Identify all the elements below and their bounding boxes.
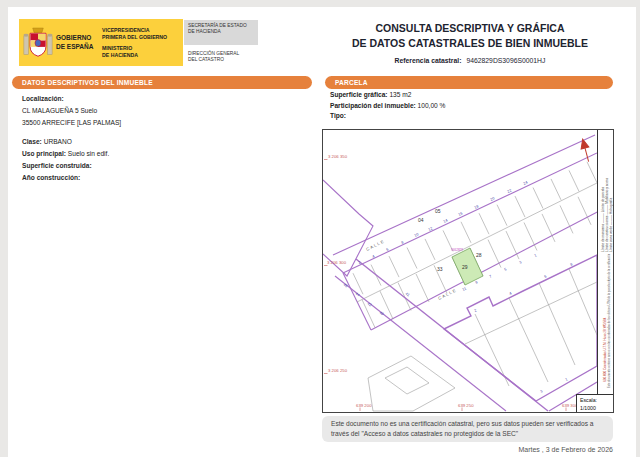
map-label: 3 206 250: [328, 368, 348, 373]
clase-value: URBANO: [44, 138, 72, 145]
tipo-label: Tipo:: [330, 112, 346, 119]
parcel-data-panel: Superficie gráfica: 135 m2 Participación…: [330, 91, 612, 123]
map-label: 639 250: [458, 403, 474, 408]
address-line1: CL MALAGUEÑA 5 Suelo: [22, 107, 302, 114]
document-title-line1: CONSULTA DESCRIPTIVA Y GRÁFICA: [326, 22, 614, 34]
map-label: 3: [519, 260, 523, 265]
legend-cert-note: Este documento contiene anexo con las co…: [608, 254, 611, 388]
scale-label: Escala:: [580, 396, 613, 404]
map-label: 6: [386, 247, 390, 252]
government-banner: GOBIERNO DE ESPAÑA VICEPRESIDENCIA PRIME…: [19, 19, 183, 66]
map-label: 40: [378, 311, 384, 317]
map-label: 2: [474, 308, 478, 313]
map-label: 04: [418, 217, 424, 223]
document-page: GOBIERNO DE ESPAÑA VICEPRESIDENCIA PRIME…: [8, 7, 636, 457]
section-header-datos: DATOS DESCRIPTIVOS DEL INMUEBLE: [12, 76, 312, 89]
participacion-label: Participación del inmueble:: [330, 102, 416, 109]
map-label: 5: [504, 267, 508, 272]
legend-utm-note: 630.000 Coordenadas U.T.M. Huso 28 WGS84: [603, 318, 607, 383]
property-data-panel: Localización: CL MALAGUEÑA 5 Suelo 35500…: [22, 95, 302, 185]
map-label: 1: [534, 253, 538, 258]
superficie-construida-label: Superficie construida:: [22, 162, 92, 169]
map-label: 24: [523, 180, 529, 185]
map-label: 639 200: [356, 403, 372, 408]
cadastral-reference: Referencia catastral:9462829DS3096S0001H…: [326, 57, 614, 64]
map-label: 8: [401, 240, 405, 245]
map-label: CALLE: [365, 239, 385, 252]
certification-disclaimer: Este documento no es una certificación c…: [322, 416, 613, 442]
superficie-grafica-value: 135 m2: [389, 91, 411, 98]
map-label: 44: [354, 292, 360, 298]
anio-construccion-label: Año construcción:: [22, 174, 80, 181]
gobierno-espana-label: GOBIERNO DE ESPAÑA: [56, 34, 96, 50]
map-label: 1: [565, 377, 569, 382]
uso-value: Suelo sin edif.: [68, 150, 109, 157]
cadastral-map-drawing: 3 206 3503 206 3003 206 250639 200639 25…: [323, 130, 597, 412]
map-label: 8: [570, 262, 574, 267]
map-label: 05: [435, 208, 441, 214]
ministries-label: VICEPRESIDENCIA PRIMERA DEL GOBIERNO MIN…: [102, 27, 167, 58]
map-label: 3: [540, 389, 544, 394]
scale-box: Escala: 1/1000: [576, 394, 613, 412]
participacion-value: 100,00 %: [418, 102, 446, 109]
scale-value: 1/1000: [580, 404, 613, 412]
map-legend: Límite de manzana ——— Límite de parcela …: [597, 130, 613, 394]
cadastral-reference-label: Referencia catastral:: [395, 57, 462, 64]
map-label: 46: [342, 283, 348, 289]
section-header-parcela: PARCELA: [325, 76, 613, 89]
direccion-general-catastro-label: DIRECCIÓN GENERAL DEL CATASTRO: [188, 51, 239, 63]
secretaria-estado-box: SECRETARÍA DE ESTADO DE HACIENDA: [184, 20, 258, 45]
map-label: 28: [476, 252, 482, 258]
map-label: 42: [366, 302, 372, 308]
map-label: 11: [462, 287, 467, 292]
map-label: 33: [437, 266, 443, 272]
map-label: 9: [475, 280, 479, 285]
map-label: 9462829: [451, 248, 463, 252]
localizacion-label: Localización:: [22, 95, 64, 102]
map-label: 7: [489, 274, 493, 279]
map-label: 4: [509, 291, 513, 296]
map-label: 41: [404, 292, 410, 298]
map-label: 6: [544, 274, 548, 279]
map-label: 4: [372, 254, 376, 259]
spain-coat-of-arms-icon: [23, 23, 53, 63]
clase-label: Clase:: [22, 138, 42, 145]
cadastral-reference-value: 9462829DS3096S0001HJ: [466, 57, 545, 64]
cadastral-map: 3 206 3503 206 3003 206 250639 200639 25…: [322, 129, 614, 413]
map-label: 3 206 300: [327, 260, 347, 265]
legend-line: Límite zona verde ——— Hidrografía: [609, 198, 613, 252]
document-date: Martes , 3 de Febrero de 2026: [322, 446, 613, 453]
uso-label: Uso principal:: [22, 150, 66, 157]
address-line2: 35500 ARRECIFE [LAS PALMAS]: [22, 119, 302, 126]
map-label: 3 206 350: [328, 154, 348, 159]
superficie-grafica-label: Superficie gráfica:: [330, 91, 388, 98]
document-title-line2: DE DATOS CATASTRALES DE BIEN INMUEBLE: [326, 37, 614, 49]
map-label: 29: [462, 264, 468, 270]
